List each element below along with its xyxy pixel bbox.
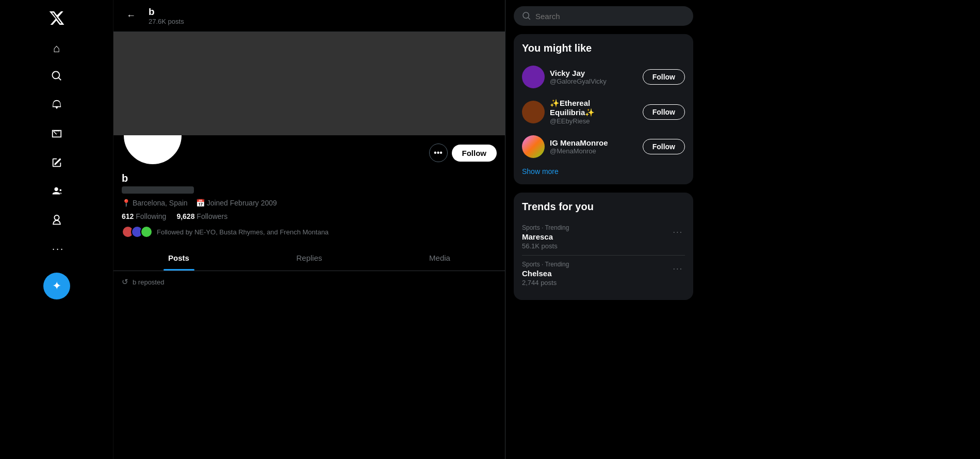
suggestion-name-0: Vicky Jay xyxy=(550,69,638,77)
search-input[interactable] xyxy=(535,12,685,21)
following-label: Following xyxy=(136,212,166,220)
trends-card: Trends for you Sports · Trending Maresca… xyxy=(514,193,693,300)
tab-replies[interactable]: Replies xyxy=(244,245,374,271)
sidebar-item-messages[interactable] xyxy=(43,122,70,149)
trend-item-1: Sports · Trending Chelsea 2,744 posts xyxy=(522,255,685,292)
follower-avatars xyxy=(122,226,153,238)
profile-location: Barcelona, Spain xyxy=(133,199,188,207)
sidebar-item-home[interactable]: ⌂ xyxy=(43,35,70,62)
suggestion-info-1: ✨Ethereal Equilibria✨ @EEbyRiese xyxy=(550,99,638,125)
trend-count-0: 56.1K posts xyxy=(522,242,569,250)
sidebar-item-explore[interactable] xyxy=(43,64,70,91)
search-bar[interactable] xyxy=(514,6,693,26)
profile-display-name: b xyxy=(122,172,497,184)
trends-title: Trends for you xyxy=(522,201,685,213)
trend-name-1: Chelsea xyxy=(522,269,569,278)
show-more-link[interactable]: Show more xyxy=(522,163,559,176)
header-info: b 27.6K posts xyxy=(149,6,184,25)
mail-icon xyxy=(51,128,62,143)
x-icon xyxy=(48,10,65,26)
person-icon xyxy=(51,215,62,229)
profile-body: ••• Follow b 📍 Barcelona, Spain 📅 Joined… xyxy=(113,135,505,245)
repost-indicator: ↺ b reposted xyxy=(113,271,505,293)
ellipsis-icon: ••• xyxy=(434,148,443,157)
trend-ellipsis-icon-0 xyxy=(672,228,681,237)
people-icon xyxy=(51,186,62,200)
suggestion-item-1: ✨Ethereal Equilibria✨ @EEbyRiese Follow xyxy=(522,93,685,130)
suggestion-item-0: Vicky Jay @GaloreGyalVicky Follow xyxy=(522,60,685,93)
header-post-count: 27.6K posts xyxy=(149,18,184,25)
plus-icon: ✦ xyxy=(52,279,61,293)
trend-more-button-0[interactable] xyxy=(668,224,685,241)
trend-ellipsis-icon-1 xyxy=(672,264,681,274)
sidebar-item-profile[interactable] xyxy=(43,209,70,235)
following-count: 612 xyxy=(122,212,134,220)
trend-content-1: Sports · Trending Chelsea 2,744 posts xyxy=(522,261,569,287)
follow-button-ethereal[interactable]: Follow xyxy=(643,104,685,120)
profile-handle-placeholder xyxy=(122,186,194,194)
header-profile-name: b xyxy=(149,6,184,18)
you-might-like-title: You might like xyxy=(522,42,685,54)
search-icon xyxy=(522,11,531,21)
suggestion-info-0: Vicky Jay @GaloreGyalVicky xyxy=(550,69,638,85)
home-icon: ⌂ xyxy=(53,42,60,55)
more-options-button[interactable]: ••• xyxy=(429,144,448,162)
explore-icon xyxy=(51,70,62,85)
follow-button-mena[interactable]: Follow xyxy=(643,139,685,154)
suggestion-avatar-2 xyxy=(522,135,545,158)
sidebar: ⌂ xyxy=(0,0,113,459)
joined-item: 📅 Joined February 2009 xyxy=(196,199,277,207)
profile-stats: 612 Following 9,628 Followers xyxy=(122,212,497,220)
x-logo[interactable] xyxy=(44,5,70,31)
followed-by-text: Followed by NE-YO, Busta Rhymes, and Fre… xyxy=(157,228,329,236)
compose-icon xyxy=(51,157,62,171)
suggestion-item-2: IG MenaMonroe @MenaMonroe Follow xyxy=(522,130,685,163)
location-icon: 📍 xyxy=(122,199,130,207)
follow-button-vicky[interactable]: Follow xyxy=(643,69,685,85)
repost-text: b reposted xyxy=(133,278,164,286)
followers-count: 9,628 xyxy=(176,212,194,220)
tab-media[interactable]: Media xyxy=(374,245,505,271)
follow-button[interactable]: Follow xyxy=(452,145,497,162)
suggestion-handle-2: @MenaMonroe xyxy=(550,147,638,155)
suggestion-handle-1: @EEbyRiese xyxy=(550,117,638,125)
follower-avatar-3 xyxy=(140,226,153,238)
bell-icon xyxy=(51,99,62,114)
trend-meta-0: Sports · Trending xyxy=(522,224,569,231)
trend-count-1: 2,744 posts xyxy=(522,279,569,287)
more-icon xyxy=(51,244,62,258)
calendar-icon: 📅 xyxy=(196,199,205,207)
profile-meta: 📍 Barcelona, Spain 📅 Joined February 200… xyxy=(122,199,497,207)
trend-item-0: Sports · Trending Maresca 56.1K posts xyxy=(522,219,685,255)
suggestion-avatar-1 xyxy=(522,101,545,123)
back-arrow-icon: ← xyxy=(126,10,136,21)
trend-name-0: Maresca xyxy=(522,232,569,241)
sidebar-item-more[interactable] xyxy=(43,238,70,264)
create-post-button[interactable]: ✦ xyxy=(43,273,70,299)
profile-tabs: Posts Replies Media xyxy=(113,245,505,271)
suggestion-name-1: ✨Ethereal Equilibria✨ xyxy=(550,99,638,117)
sidebar-item-notifications[interactable] xyxy=(43,93,70,120)
main-content: ← b 27.6K posts ••• Follow b 📍 Barcelona… xyxy=(113,0,505,459)
followers-stat[interactable]: 9,628 Followers xyxy=(176,212,227,220)
trend-content-0: Sports · Trending Maresca 56.1K posts xyxy=(522,224,569,250)
profile-page-header: ← b 27.6K posts xyxy=(113,0,505,32)
trend-more-button-1[interactable] xyxy=(668,261,685,277)
suggestion-name-2: IG MenaMonroe xyxy=(550,138,638,147)
suggestion-handle-0: @GaloreGyalVicky xyxy=(550,77,638,85)
action-buttons: ••• Follow xyxy=(429,144,497,166)
tab-posts[interactable]: Posts xyxy=(113,245,244,271)
suggestion-avatar-0 xyxy=(522,66,545,88)
sidebar-nav: ⌂ xyxy=(0,35,113,299)
sidebar-item-communities[interactable] xyxy=(43,180,70,207)
followers-label: Followers xyxy=(197,212,227,220)
right-sidebar: You might like Vicky Jay @GaloreGyalVick… xyxy=(505,0,701,459)
you-might-like-card: You might like Vicky Jay @GaloreGyalVick… xyxy=(514,34,693,184)
followed-by-row: Followed by NE-YO, Busta Rhymes, and Fre… xyxy=(122,226,497,238)
repost-icon: ↺ xyxy=(122,277,128,287)
sidebar-item-compose[interactable] xyxy=(43,151,70,178)
location-item: 📍 Barcelona, Spain xyxy=(122,199,188,207)
back-button[interactable]: ← xyxy=(122,7,140,25)
following-stat[interactable]: 612 Following xyxy=(122,212,166,220)
profile-joined: Joined February 2009 xyxy=(207,199,277,207)
